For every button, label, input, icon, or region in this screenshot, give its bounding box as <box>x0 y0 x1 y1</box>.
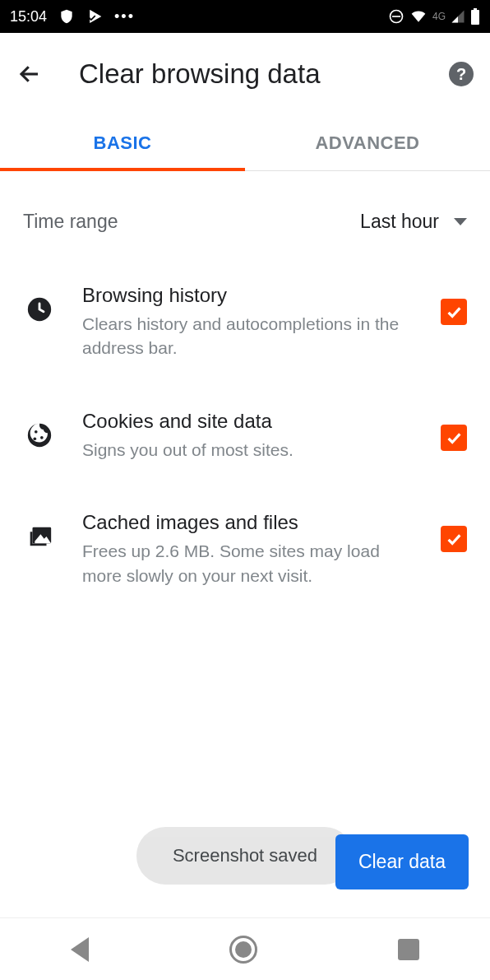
battery-icon <box>470 8 480 25</box>
option-cookies[interactable]: Cookies and site data Signs you out of m… <box>23 385 467 486</box>
nav-back-button[interactable] <box>71 937 89 962</box>
time-range-value: Last hour <box>360 211 439 233</box>
back-button[interactable] <box>16 61 43 87</box>
option-browsing-history[interactable]: Browsing history Clears history and auto… <box>23 259 467 385</box>
option-title: Cookies and site data <box>82 410 414 433</box>
tab-advanced[interactable]: ADVANCED <box>245 115 490 170</box>
time-range-label: Time range <box>23 211 118 233</box>
shield-icon <box>58 8 75 25</box>
svg-rect-4 <box>474 8 477 11</box>
cookie-icon <box>23 410 56 449</box>
time-range-row[interactable]: Time range Last hour <box>23 171 467 259</box>
wifi-icon <box>409 8 428 25</box>
option-desc: Signs you out of most sites. <box>82 438 414 462</box>
clear-data-button[interactable]: Clear data <box>335 834 469 889</box>
play-verified-icon <box>86 8 103 25</box>
help-button[interactable]: ? <box>449 62 474 86</box>
checkbox-cookies[interactable] <box>441 425 467 451</box>
nav-recent-button[interactable] <box>398 939 419 960</box>
clock-icon <box>23 284 56 323</box>
nav-home-button[interactable] <box>229 936 257 964</box>
option-title: Browsing history <box>82 284 414 307</box>
checkbox-browsing-history[interactable] <box>441 299 467 325</box>
tabs: BASIC ADVANCED <box>0 115 490 171</box>
svg-point-8 <box>33 437 36 440</box>
toast-screenshot-saved: Screenshot saved <box>136 827 354 885</box>
option-title: Cached images and files <box>82 511 414 534</box>
option-desc: Frees up 2.6 MB. Some sites may load mor… <box>82 539 414 588</box>
network-label: 4G <box>432 11 446 22</box>
svg-rect-3 <box>471 10 479 25</box>
option-cached[interactable]: Cached images and files Frees up 2.6 MB.… <box>23 486 467 612</box>
checkbox-cached[interactable] <box>441 526 467 552</box>
status-time: 15:04 <box>10 8 47 26</box>
app-bar: Clear browsing data ? <box>0 33 490 115</box>
page-title: Clear browsing data <box>79 58 449 90</box>
more-icon: ••• <box>114 8 135 26</box>
dnd-icon <box>388 8 404 25</box>
svg-point-9 <box>40 436 44 439</box>
option-desc: Clears history and autocompletions in th… <box>82 312 414 360</box>
svg-point-7 <box>35 430 38 434</box>
signal-icon <box>451 9 465 24</box>
status-bar: 15:04 ••• 4G <box>0 0 490 33</box>
chevron-down-icon <box>454 218 467 225</box>
tab-basic[interactable]: BASIC <box>0 115 245 170</box>
system-nav-bar <box>0 917 490 980</box>
image-stack-icon <box>23 511 56 550</box>
